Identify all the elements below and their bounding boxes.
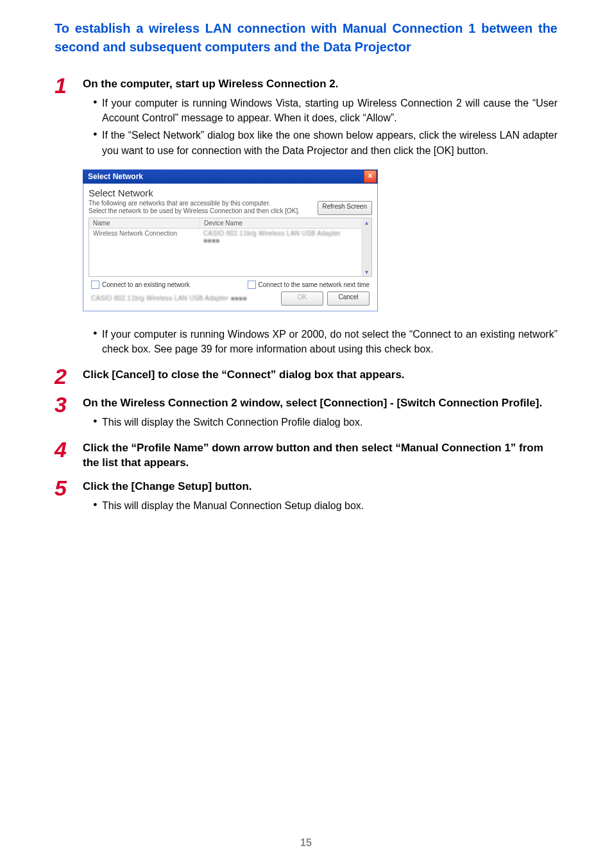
- checkbox-label: Connect to the same network next time: [259, 281, 370, 288]
- connect-same-next-time-checkbox[interactable]: Connect to the same network next time: [248, 281, 370, 289]
- step-title: Click [Cancel] to close the “Connect” di…: [83, 368, 557, 383]
- step-4: 4 Click the “Profile Name” down arrow bu…: [55, 438, 557, 471]
- refresh-screen-button[interactable]: Refresh Screen: [318, 201, 372, 215]
- step-bullet: If your computer is running Windows Vist…: [93, 96, 557, 125]
- step-3: 3 On the Wireless Connection 2 window, s…: [55, 394, 557, 432]
- scroll-up-icon[interactable]: ▴: [365, 219, 368, 226]
- step-title: Click the [Change Setup] button.: [83, 480, 557, 494]
- network-list[interactable]: Name Device Name Wireless Network Connec…: [89, 218, 372, 277]
- section-heading: To establish a wireless LAN connection w…: [55, 19, 557, 56]
- step-title: On the Wireless Connection 2 window, sel…: [83, 396, 557, 411]
- connect-existing-checkbox[interactable]: Connect to an existing network: [91, 281, 190, 289]
- checkbox-icon[interactable]: [248, 281, 256, 289]
- row-device: CASIO 802.11b/g Wireless LAN USB Adapter…: [200, 229, 361, 245]
- step-number: 1: [55, 74, 83, 96]
- step-number: 3: [55, 394, 83, 415]
- step-1: 1 On the computer, start up Wireless Con…: [55, 74, 557, 161]
- checkbox-label: Connect to an existing network: [102, 281, 190, 288]
- dialog-bottom-text: CASIO 802.11b/g Wireless LAN USB Adapter…: [91, 295, 277, 302]
- dialog-text-line2: Select the network to be used by Wireles…: [89, 207, 300, 215]
- dialog-titlebar: Select Network ×: [83, 169, 378, 184]
- col-header-name: Name: [89, 218, 200, 228]
- close-icon[interactable]: ×: [364, 170, 377, 183]
- dialog-heading: Select Network: [89, 187, 372, 198]
- step-title: Click the “Profile Name” down arrow butt…: [83, 441, 557, 471]
- step-bullet: This will display the Manual Connection …: [93, 498, 557, 513]
- step-bullet: If the “Select Network” dialog box like …: [93, 128, 557, 157]
- page-number: 15: [0, 837, 612, 849]
- ok-button[interactable]: OK: [281, 291, 323, 306]
- step-5: 5 Click the [Change Setup] button. This …: [55, 477, 557, 516]
- step-2: 2 Click [Cancel] to close the “Connect” …: [55, 365, 557, 387]
- step-bullet: This will display the Switch Connection …: [93, 415, 557, 430]
- row-name: Wireless Network Connection: [89, 229, 200, 245]
- step-title: On the computer, start up Wireless Conne…: [83, 77, 557, 92]
- network-list-row[interactable]: Wireless Network Connection CASIO 802.11…: [89, 229, 361, 245]
- cancel-button[interactable]: Cancel: [327, 291, 370, 306]
- step-1-continued: If your computer is running Windows XP o…: [55, 320, 557, 359]
- step-bullet: If your computer is running Windows XP o…: [93, 327, 557, 356]
- step-number: 2: [55, 365, 83, 387]
- step-number: 5: [55, 477, 83, 499]
- col-header-device: Device Name: [200, 218, 361, 228]
- step-number: 4: [55, 438, 83, 460]
- checkbox-icon[interactable]: [91, 281, 99, 289]
- dialog-title: Select Network: [88, 172, 143, 181]
- select-network-dialog: Select Network × Select Network The foll…: [83, 169, 557, 311]
- dialog-text-line1: The following are networks that are acce…: [89, 200, 300, 207]
- scroll-down-icon[interactable]: ▾: [365, 268, 368, 275]
